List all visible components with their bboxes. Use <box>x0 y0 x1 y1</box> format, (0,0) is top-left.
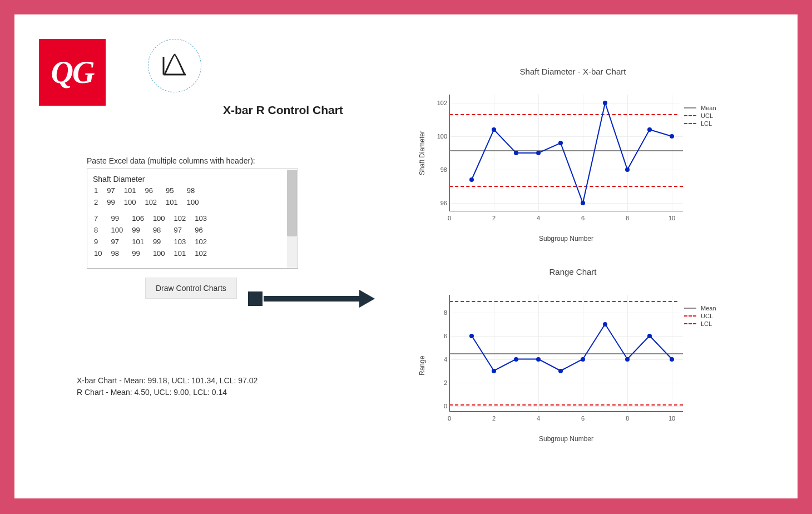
qg-logo-text: QG <box>51 55 94 90</box>
table-row: 99710199103102 <box>94 237 215 248</box>
range-chart-legend: Mean UCL LCL <box>680 300 741 332</box>
summary-xbar: X-bar Chart - Mean: 99.18, UCL: 101.34, … <box>77 375 258 387</box>
xbar-chart-title: Shaft Diameter - X-bar Chart <box>389 62 756 76</box>
qg-logo: QG <box>39 39 106 106</box>
data-point <box>558 369 563 373</box>
arrow-icon <box>248 288 382 310</box>
data-point <box>603 101 607 105</box>
range-chart: Range Chart RangeSubgroup Number02468024… <box>389 263 756 452</box>
distribution-icon <box>148 39 201 92</box>
input-panel: Paste Excel data (multiple columns with … <box>37 156 359 299</box>
data-textarea[interactable]: Shaft Diameter 1971019695982991001021011… <box>87 169 298 269</box>
data-point <box>670 357 674 362</box>
data-point <box>514 151 518 155</box>
data-point <box>625 357 630 362</box>
data-point <box>647 334 652 338</box>
chart-panel: Shaft Diameter - X-bar Chart Shaft Diame… <box>389 62 779 492</box>
xbar-chart-legend: Mean UCL LCL <box>680 100 741 131</box>
data-point <box>647 127 652 132</box>
scrollbar[interactable] <box>287 170 297 268</box>
range-chart-title: Range Chart <box>389 263 756 276</box>
data-point <box>670 134 674 139</box>
table-row: 799106100102103 <box>94 214 215 224</box>
data-point <box>625 167 630 172</box>
data-point <box>469 177 474 182</box>
table-row: 810099989796 <box>94 225 215 236</box>
data-point <box>469 334 474 338</box>
data-point <box>492 369 496 373</box>
draw-control-charts-button[interactable]: Draw Control Charts <box>145 278 237 299</box>
y-axis-label: Range <box>418 356 426 375</box>
y-axis-label: Shaft Diameter <box>418 131 426 175</box>
table-row: 109899100101102 <box>94 249 215 259</box>
data-point <box>514 357 518 362</box>
x-axis-label: Subgroup Number <box>449 435 683 443</box>
data-point <box>558 141 563 145</box>
scrollbar-thumb[interactable] <box>287 170 297 236</box>
data-point <box>536 357 541 362</box>
app-frame: QG X-bar R Control Chart Paste Excel dat… <box>14 14 798 498</box>
table-row: 197101969598 <box>94 186 207 196</box>
x-axis-label: Subgroup Number <box>449 235 683 243</box>
data-point <box>536 151 541 155</box>
summary-r: R Chart - Mean: 4.50, UCL: 9.00, LCL: 0.… <box>77 387 258 398</box>
data-point <box>581 357 585 362</box>
data-point <box>581 201 585 205</box>
input-label: Paste Excel data (multiple columns with … <box>87 156 359 165</box>
page-title: X-bar R Control Chart <box>223 103 343 117</box>
table-row: 299100102101100 <box>94 197 207 208</box>
results-summary: X-bar Chart - Mean: 99.18, UCL: 101.34, … <box>77 375 258 398</box>
data-point <box>603 322 607 327</box>
xbar-chart: Shaft Diameter - X-bar Chart Shaft Diame… <box>389 62 756 251</box>
data-point <box>492 127 496 132</box>
data-header: Shaft Diameter <box>93 174 292 185</box>
